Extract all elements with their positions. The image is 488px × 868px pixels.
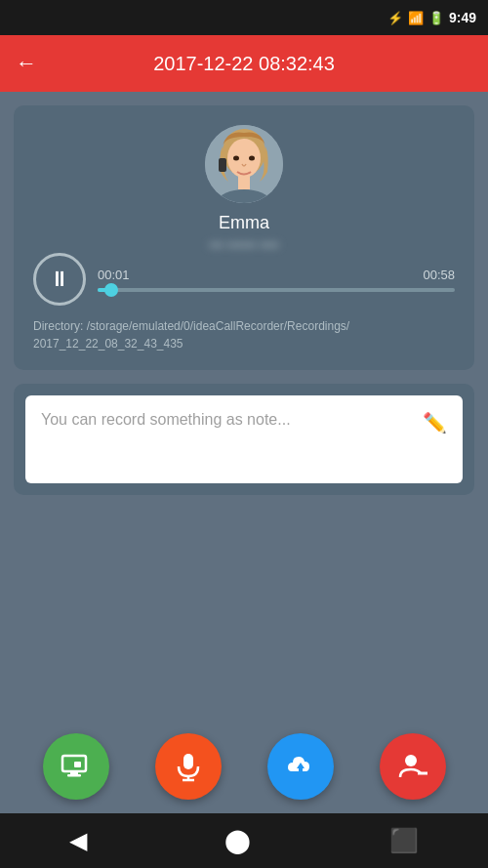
nav-recents-button[interactable]: ⬛ — [389, 827, 419, 854]
status-icons: ⚡ 📶 🔋 9:49 — [387, 10, 476, 25]
current-time: 00:01 — [98, 268, 130, 282]
total-time: 00:58 — [423, 268, 455, 282]
svg-rect-16 — [299, 767, 303, 772]
cloud-upload-icon — [284, 750, 317, 783]
note-card: You can record something as note... ✏️ — [14, 384, 474, 495]
app-bar-title: 2017-12-22 08:32:43 — [53, 53, 435, 75]
app-bar: ← 2017-12-22 08:32:43 — [0, 35, 488, 92]
nav-home-button[interactable]: ⬤ — [224, 827, 251, 854]
microphone-button[interactable] — [155, 733, 222, 800]
battery-icon: 🔋 — [428, 11, 444, 25]
cloud-upload-button[interactable] — [267, 733, 334, 800]
back-button[interactable]: ← — [16, 51, 37, 76]
bluetooth-icon: ⚡ — [387, 11, 403, 25]
svg-rect-10 — [67, 774, 81, 777]
svg-point-17 — [405, 755, 417, 766]
audio-player: ⏸ 00:01 00:58 — [33, 253, 455, 306]
directory-info: Directory: /storage/emulated/0/ideaCallR… — [33, 317, 349, 352]
svg-rect-9 — [70, 771, 78, 774]
nav-back-button[interactable]: ◀ — [69, 827, 87, 854]
svg-rect-12 — [183, 754, 193, 769]
edit-icon[interactable]: ✏️ — [423, 411, 447, 434]
recording-card: Emma ••• •••••• •••• ⏸ 00:01 00:58 Direc… — [14, 105, 474, 370]
svg-point-2 — [227, 139, 261, 178]
status-bar: ⚡ 📶 🔋 9:49 — [0, 0, 488, 35]
status-time: 9:49 — [449, 10, 476, 25]
nav-bar: ◀ ⬤ ⬛ — [0, 813, 488, 868]
svg-rect-5 — [238, 176, 250, 189]
screen-icon — [61, 751, 92, 782]
note-placeholder: You can record something as note... — [41, 411, 423, 429]
remove-user-button[interactable] — [380, 733, 446, 800]
progress-thumb — [104, 283, 118, 297]
svg-point-4 — [249, 156, 255, 161]
main-content: Emma ••• •••••• •••• ⏸ 00:01 00:58 Direc… — [0, 92, 488, 509]
avatar — [205, 125, 283, 203]
svg-point-3 — [233, 156, 239, 161]
pause-button[interactable]: ⏸ — [33, 253, 86, 306]
progress-bar[interactable] — [98, 288, 455, 292]
note-input-area[interactable]: You can record something as note... ✏️ — [25, 395, 463, 483]
pause-icon: ⏸ — [49, 269, 70, 290]
screen-button[interactable] — [43, 733, 109, 800]
signal-icon: 📶 — [408, 11, 424, 25]
bottom-action-bar — [0, 723, 488, 809]
contact-number: ••• •••••• •••• — [209, 237, 279, 253]
time-row: 00:01 00:58 — [98, 268, 455, 282]
remove-user-icon — [396, 750, 429, 783]
player-controls: 00:01 00:58 — [98, 268, 455, 292]
microphone-icon — [173, 751, 204, 782]
svg-rect-6 — [219, 158, 226, 172]
contact-name: Emma — [219, 213, 269, 233]
svg-rect-11 — [74, 762, 81, 767]
